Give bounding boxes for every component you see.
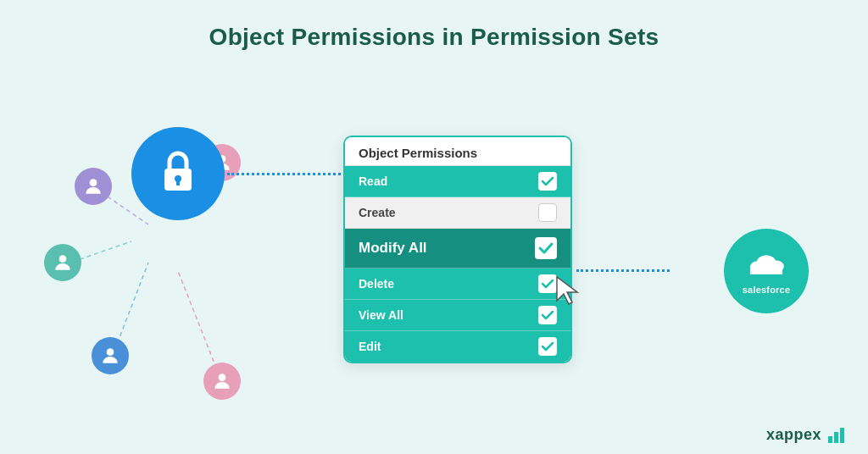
user-node-4: [92, 337, 129, 374]
svg-point-7: [59, 255, 67, 263]
perm-row-modify-all: Modify All: [345, 229, 570, 269]
lock-circle: [131, 127, 225, 220]
checkbox-view-all: [538, 306, 557, 324]
bar-3: [840, 428, 844, 443]
salesforce-cloud-icon: [744, 247, 788, 281]
connector-left: [227, 173, 346, 175]
perm-label-modify-all: Modify All: [359, 240, 427, 257]
xappex-text: xappex: [766, 426, 821, 444]
salesforce-bubble: salesforce: [724, 229, 809, 313]
user-node-5: [203, 363, 241, 400]
bar-2: [834, 432, 838, 443]
perm-row-delete: Delete: [345, 269, 570, 300]
perm-row-edit: Edit: [345, 331, 570, 362]
user-node-2: [75, 168, 112, 205]
lock-icon: [156, 150, 200, 197]
diagram-area: Object Permissions Read Create Modify Al…: [0, 59, 868, 454]
svg-point-9: [219, 374, 226, 381]
user-node-3: [44, 244, 81, 281]
perm-row-create: Create: [345, 197, 570, 229]
cursor-arrow: [555, 275, 579, 305]
permission-card: Object Permissions Read Create Modify Al…: [343, 136, 572, 363]
checkbox-create: [538, 203, 557, 222]
bar-1: [828, 436, 832, 443]
xappex-logo: xappex: [766, 426, 844, 444]
svg-rect-17: [750, 265, 782, 274]
checkbox-modify-all: [535, 237, 557, 259]
svg-point-8: [107, 348, 114, 356]
xappex-bars-icon: [828, 428, 844, 443]
checkbox-read: [538, 172, 557, 191]
perm-label-read: Read: [359, 174, 387, 188]
card-header: Object Permissions: [345, 137, 570, 166]
svg-marker-13: [557, 277, 577, 304]
salesforce-label: salesforce: [743, 285, 790, 295]
perm-label-edit: Edit: [359, 340, 381, 353]
perm-row-read: Read: [345, 166, 570, 197]
connector-right: [576, 269, 670, 272]
svg-rect-12: [176, 180, 180, 185]
perm-row-view-all: View All: [345, 300, 570, 331]
checkbox-edit: [538, 337, 557, 356]
page-title: Object Permissions in Permission Sets: [0, 0, 868, 51]
svg-point-6: [90, 179, 97, 186]
perm-label-view-all: View All: [359, 308, 403, 322]
network-lines: [0, 59, 271, 398]
checkbox-delete: [538, 274, 557, 293]
perm-label-create: Create: [359, 206, 396, 219]
perm-label-delete: Delete: [359, 277, 394, 291]
